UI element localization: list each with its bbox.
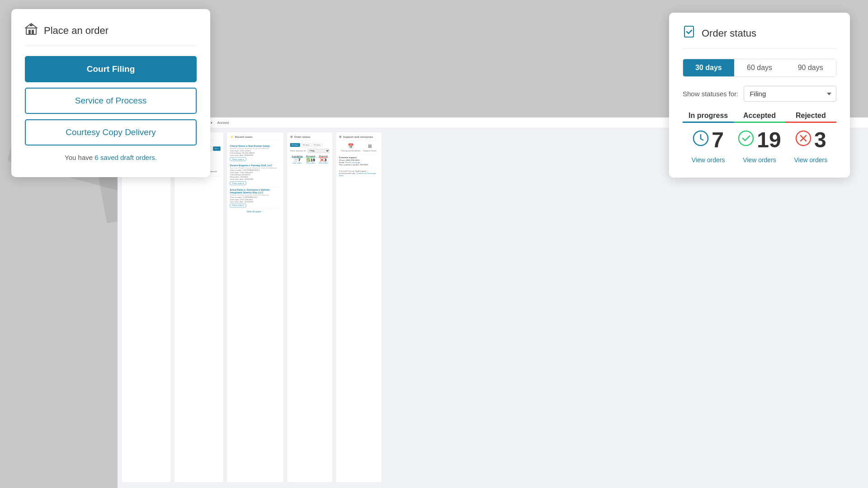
rejected-icon	[795, 130, 811, 150]
order-status-title: Order status	[702, 28, 756, 39]
svg-rect-0	[26, 28, 36, 34]
svg-point-6	[739, 131, 753, 145]
mini-show-for-select[interactable]: Filing	[307, 149, 330, 153]
show-for-row: Show statuses for: Filing Service of Pro…	[683, 86, 836, 102]
in-progress-count: 7	[712, 127, 724, 152]
show-for-select[interactable]: Filing Service of Process Courtesy Copy	[744, 86, 836, 102]
mini-case-item-3: Erica Faust v. Germaine's Holistic Integ…	[230, 187, 281, 209]
accepted-label: Accepted	[734, 112, 785, 123]
mini-concierge-text: In a rush? Let our legal support profess…	[339, 170, 378, 177]
mini-rejected-val-row: ❌ 3	[319, 158, 328, 162]
mini-support-title: ⚙ Support and resources	[339, 135, 378, 141]
status-columns: In progress 7 View orders Accepted	[683, 112, 836, 164]
in-progress-view-link[interactable]: View orders	[692, 156, 725, 164]
draft-prefix: You have	[65, 154, 93, 161]
mini-support-center-label[interactable]: Support Center	[363, 150, 377, 152]
place-order-header: Place an order	[25, 23, 197, 46]
place-order-card: Place an order Court Filing Service of P…	[11, 9, 210, 177]
mini-rejected-link[interactable]: View orders	[319, 162, 328, 164]
mini-case-2-detail: Case number: CVC2039664179-1Case type: C…	[230, 169, 281, 180]
show-for-label: Show statuses for:	[683, 90, 738, 98]
in-progress-icon	[693, 130, 709, 150]
mini-support-card: ⚙ Support and resources 📅 Pricing and De…	[336, 132, 382, 483]
mini-pricing-icon: 📅	[341, 143, 361, 149]
mini-order-status-title: ⚙ Order status	[290, 135, 330, 141]
mini-support-icons-row: 📅 Pricing and Deadlines 🖥 Support Center	[339, 143, 378, 152]
status-in-progress: In progress 7 View orders	[683, 112, 734, 164]
mini-in-progress-link[interactable]: View orders	[292, 162, 303, 164]
mini-case-3-place-btn[interactable]: Place order ▾	[230, 204, 246, 207]
mini-case-3-name: Erica Faust v. Germaine's Holistic Integ…	[230, 188, 281, 194]
mini-stat-rejected: Rejected ❌ 3 View orders	[319, 155, 328, 164]
mini-show-for-label: Show statuses for:	[290, 150, 307, 152]
mini-accepted-val-row: ✅ 19	[306, 158, 315, 162]
mini-pricing-icon-item: 📅 Pricing and Deadlines	[341, 143, 361, 152]
mini-order-search-go[interactable]: Go >	[213, 146, 220, 150]
mini-support-divider-2	[339, 168, 378, 169]
draft-orders-link[interactable]: 6 saved draft orders.	[94, 154, 157, 161]
mini-rejected-num: 3	[324, 158, 326, 162]
mini-body: 🏛 Place an order Court Filing Service of…	[118, 128, 868, 486]
status-rejected: Rejected 3 View orders	[785, 112, 836, 164]
accepted-icon	[738, 130, 754, 150]
svg-rect-4	[684, 26, 693, 37]
mini-rejected-icon: ❌	[320, 158, 324, 162]
rejected-count: 3	[814, 127, 826, 152]
order-status-card: Order status 30 days 60 days 90 days Sho…	[669, 13, 850, 178]
tab-30-days[interactable]: 30 days	[683, 59, 734, 76]
mini-case-1-place-btn[interactable]: Place order ▾	[230, 157, 246, 161]
place-order-icon	[25, 23, 38, 38]
mini-accepted-icon: ✅	[307, 158, 310, 162]
mini-tab-30[interactable]: 30 days	[290, 143, 300, 147]
rejected-count-row: 3	[785, 127, 836, 152]
mini-view-all-cases[interactable]: View all cases →	[230, 211, 281, 213]
mini-customer-support: Customer support: Phone: (800) 938-9813 …	[339, 156, 378, 166]
mini-support-center-icon: 🖥	[363, 143, 377, 149]
svg-rect-2	[32, 30, 34, 34]
mini-accepted-num: 19	[311, 158, 315, 162]
courtesy-copy-button[interactable]: Courtesy Copy Delivery	[25, 119, 197, 145]
mini-orders-card: ☰ Orders Find an order: Go > Recent orde…	[174, 132, 224, 483]
mini-tab-90[interactable]: 90 days	[312, 143, 322, 147]
order-status-check-icon	[683, 25, 695, 41]
mini-pricing-label[interactable]: Pricing and Deadlines	[341, 150, 361, 152]
mini-order-status-icon: ⚙	[290, 135, 293, 138]
mini-case-item-2: Dennis Eugene v. Fairway Golf, LLC San L…	[230, 163, 281, 187]
mini-customer-support-title: Customer support:	[339, 156, 378, 159]
mini-case-3-detail: Case number: CU203984113-1Case type: Civ…	[230, 196, 281, 203]
mini-recent-cases-title: ⚡ Recent cases	[230, 135, 281, 141]
court-filing-button[interactable]: Court Filing	[25, 56, 197, 82]
mini-customer-num: Your customer number: 0671953	[339, 164, 378, 166]
mini-in-progress-icon: 🕐	[294, 158, 297, 162]
mini-support-center-icon-item: 🖥 Support Center	[363, 143, 377, 152]
accepted-view-link[interactable]: View orders	[743, 156, 776, 164]
service-of-process-button[interactable]: Service of Process	[25, 88, 197, 114]
mini-accepted-link[interactable]: View orders	[306, 162, 315, 164]
mini-place-order-card: 🏛 Place an order Court Filing Service of…	[121, 132, 171, 483]
mini-status-tabs: 30 days 60 days 90 days	[290, 143, 330, 147]
days-tabs: 30 days 60 days 90 days	[683, 59, 836, 77]
mini-support-icon: ⚙	[339, 135, 342, 138]
tab-60-days[interactable]: 60 days	[734, 59, 785, 76]
mini-status-columns: In progress 🕐 7 View orders Accepted ✅ 1…	[290, 155, 330, 164]
mini-stat-accepted: Accepted ✅ 19 View orders	[306, 155, 315, 164]
mini-in-progress-val-row: 🕐 7	[292, 158, 303, 162]
mini-in-progress-num: 7	[298, 158, 301, 162]
mini-case-2-place-btn[interactable]: Place order ▾	[230, 181, 246, 185]
mini-concierge-link[interactable]: Contact our Concierge team	[339, 173, 376, 177]
mini-show-for-row: Show statuses for: Filing	[290, 149, 330, 153]
place-order-title: Place an order	[44, 25, 108, 37]
accepted-count-row: 19	[734, 127, 785, 152]
mini-support-divider	[339, 154, 378, 155]
in-progress-count-row: 7	[683, 127, 734, 152]
accepted-count: 19	[757, 127, 781, 152]
mini-case-item-1: Cheryl Dixon v. Earl Feston Geary Ventur…	[230, 143, 281, 163]
order-status-header: Order status	[683, 25, 836, 49]
svg-rect-1	[28, 30, 31, 34]
rejected-view-link[interactable]: View orders	[794, 156, 827, 164]
mini-tab-60[interactable]: 60 days	[301, 143, 311, 147]
mini-order-status-card: ⚙ Order status 30 days 60 days 90 days S…	[287, 132, 333, 483]
draft-text: You have 6 saved draft orders.	[25, 154, 197, 161]
tab-90-days[interactable]: 90 days	[785, 59, 836, 76]
status-accepted: Accepted 19 View orders	[734, 112, 785, 164]
